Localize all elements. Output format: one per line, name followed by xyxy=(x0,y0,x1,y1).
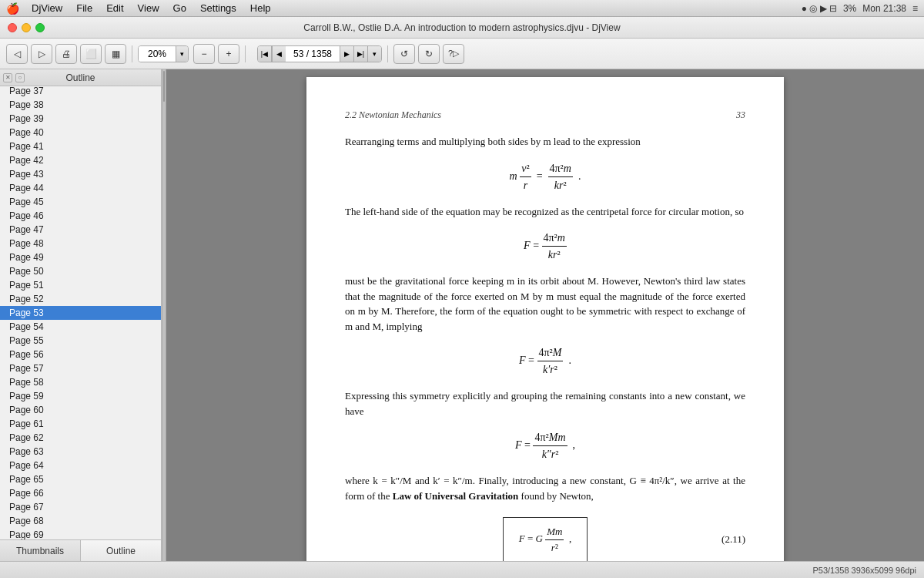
toolbar-separator-1 xyxy=(132,45,132,62)
sidebar-item[interactable]: Page 63 xyxy=(0,445,161,459)
sidebar-item[interactable]: Page 51 xyxy=(0,278,161,292)
sidebar-item[interactable]: Page 65 xyxy=(0,472,161,486)
sidebar-item[interactable]: Page 37 xyxy=(0,86,161,98)
sidebar: ✕ ○ Outline Page 34Page 35Page 36Page 37… xyxy=(0,69,162,561)
minimize-button[interactable] xyxy=(22,23,31,32)
toolbar-forward-btn[interactable]: ▷ xyxy=(31,44,52,64)
equation-2: F = 4π²m kr² xyxy=(345,230,745,263)
sidebar-item[interactable]: Page 66 xyxy=(0,486,161,500)
splitter-handle xyxy=(163,71,165,102)
sidebar-item[interactable]: Page 49 xyxy=(0,250,161,264)
sidebar-item[interactable]: Page 54 xyxy=(0,320,161,334)
rotate-left-btn[interactable]: ↺ xyxy=(393,44,415,64)
titlebar: Carroll B.W., Ostlie D.A. An introductio… xyxy=(0,17,924,39)
sidebar-item[interactable]: Page 38 xyxy=(0,98,161,112)
sidebar-item[interactable]: Page 43 xyxy=(0,167,161,181)
toolbar-view-btn[interactable]: ▦ xyxy=(105,44,126,64)
sidebar-item[interactable]: Page 50 xyxy=(0,264,161,278)
sidebar-item[interactable]: Page 45 xyxy=(0,195,161,209)
maximize-button[interactable] xyxy=(35,23,45,32)
zoom-input[interactable] xyxy=(139,45,176,62)
paragraph-3: must be the gravitational force keeping … xyxy=(345,274,745,334)
page-header: 2.2 Newtonian Mechanics 33 xyxy=(345,108,745,122)
more-icon[interactable]: ≡ xyxy=(912,3,918,14)
sidebar-item[interactable]: Page 44 xyxy=(0,181,161,195)
status-text: P53/1358 3936x5099 96dpi xyxy=(812,566,916,575)
sidebar-tabs: Thumbnails Outline xyxy=(0,539,161,561)
menubar-icons: ● ◎ ▶ ⊟ xyxy=(802,3,837,14)
menubar-right: ● ◎ ▶ ⊟ 3% Mon 21:38 ≡ xyxy=(802,3,918,14)
next-page-btn[interactable]: ▶ xyxy=(340,45,353,62)
document-area[interactable]: 2.2 Newtonian Mechanics 33 Rearranging t… xyxy=(166,69,924,561)
window-title: Carroll B.W., Ostlie D.A. An introductio… xyxy=(303,22,620,33)
menu-file[interactable]: File xyxy=(70,1,99,15)
apple-icon[interactable]: 🍎 xyxy=(6,2,19,15)
menubar: 🍎 DjView File Edit View Go Settings Help… xyxy=(0,0,924,17)
help-btn[interactable]: ?▷ xyxy=(443,44,464,64)
tab-thumbnails[interactable]: Thumbnails xyxy=(0,540,81,561)
equation-211-box: F = G Mm r² , xyxy=(503,517,588,561)
sidebar-item[interactable]: Page 39 xyxy=(0,112,161,126)
toolbar-save-btn[interactable]: ⬜ xyxy=(80,44,102,64)
sidebar-item[interactable]: Page 68 xyxy=(0,514,161,528)
battery-indicator: 3% xyxy=(843,3,856,14)
sidebar-page-list[interactable]: Page 34Page 35Page 36Page 37Page 38Page … xyxy=(0,86,161,539)
close-button[interactable] xyxy=(8,23,17,32)
sidebar-item[interactable]: Page 47 xyxy=(0,223,161,237)
sidebar-item[interactable]: Page 62 xyxy=(0,431,161,445)
sidebar-close-btn[interactable]: ✕ xyxy=(3,73,12,82)
menu-go[interactable]: Go xyxy=(167,1,192,15)
last-page-btn[interactable]: ▶| xyxy=(353,45,367,62)
sidebar-item[interactable]: Page 67 xyxy=(0,500,161,514)
zoom-dropdown-arrow[interactable]: ▾ xyxy=(176,45,188,62)
sidebar-pin-btn[interactable]: ○ xyxy=(15,73,25,82)
sidebar-header: ✕ ○ Outline xyxy=(0,69,161,86)
zoom-control[interactable]: ▾ xyxy=(138,45,189,62)
sidebar-item[interactable]: Page 55 xyxy=(0,334,161,348)
tab-outline[interactable]: Outline xyxy=(81,540,161,561)
clock: Mon 21:38 xyxy=(862,3,906,14)
sidebar-item[interactable]: Page 61 xyxy=(0,417,161,431)
eq-number-211: (2.11) xyxy=(721,532,745,547)
menu-settings[interactable]: Settings xyxy=(194,1,243,15)
rotate-right-btn[interactable]: ↻ xyxy=(418,44,440,64)
window-controls xyxy=(8,23,45,32)
sidebar-item[interactable]: Page 53 xyxy=(0,306,161,320)
main-layout: ✕ ○ Outline Page 34Page 35Page 36Page 37… xyxy=(0,69,924,561)
sidebar-item[interactable]: Page 52 xyxy=(0,292,161,306)
page-number: 33 xyxy=(736,108,745,122)
sidebar-item[interactable]: Page 57 xyxy=(0,361,161,375)
sidebar-item[interactable]: Page 41 xyxy=(0,139,161,153)
first-page-btn[interactable]: |◀ xyxy=(258,45,272,62)
sidebar-item[interactable]: Page 56 xyxy=(0,348,161,361)
sidebar-item[interactable]: Page 69 xyxy=(0,528,161,539)
menu-edit[interactable]: Edit xyxy=(100,1,129,15)
menu-djview[interactable]: DjView xyxy=(25,1,69,15)
paragraph-2: The left-hand side of the equation may b… xyxy=(345,204,745,220)
page-dropdown-arrow[interactable]: ▾ xyxy=(367,45,381,62)
toolbar-print-btn[interactable]: 🖨 xyxy=(55,44,77,64)
sidebar-item[interactable]: Page 48 xyxy=(0,237,161,250)
menu-help[interactable]: Help xyxy=(244,1,277,15)
page-input[interactable] xyxy=(286,45,340,62)
sidebar-item[interactable]: Page 59 xyxy=(0,389,161,403)
sidebar-item[interactable]: Page 64 xyxy=(0,459,161,472)
paragraph-4: Expressing this symmetry explicitly and … xyxy=(345,388,745,418)
sidebar-item[interactable]: Page 58 xyxy=(0,375,161,389)
sidebar-item[interactable]: Page 60 xyxy=(0,403,161,417)
equation-1: m v² r = 4π²m kr² . xyxy=(345,160,745,193)
status-bar: P53/1358 3936x5099 96dpi xyxy=(0,561,924,578)
page-navigation[interactable]: |◀ ◀ ▶ ▶| ▾ xyxy=(257,45,382,62)
prev-page-btn[interactable]: ◀ xyxy=(272,45,286,62)
zoom-in-btn[interactable]: + xyxy=(218,44,239,64)
toolbar-back-btn[interactable]: ◁ xyxy=(6,44,28,64)
sidebar-item[interactable]: Page 46 xyxy=(0,209,161,223)
sidebar-title: Outline xyxy=(65,72,95,83)
sidebar-item[interactable]: Page 40 xyxy=(0,126,161,139)
section-header: 2.2 Newtonian Mechanics xyxy=(345,108,441,122)
menu-view[interactable]: View xyxy=(132,1,166,15)
zoom-out-btn[interactable]: − xyxy=(193,44,215,64)
equation-3: F = 4π²M k′r² . xyxy=(345,344,745,378)
toolbar: ◁ ▷ 🖨 ⬜ ▦ ▾ − + |◀ ◀ ▶ ▶| ▾ ↺ ↻ ?▷ xyxy=(0,39,924,69)
sidebar-item[interactable]: Page 42 xyxy=(0,153,161,167)
